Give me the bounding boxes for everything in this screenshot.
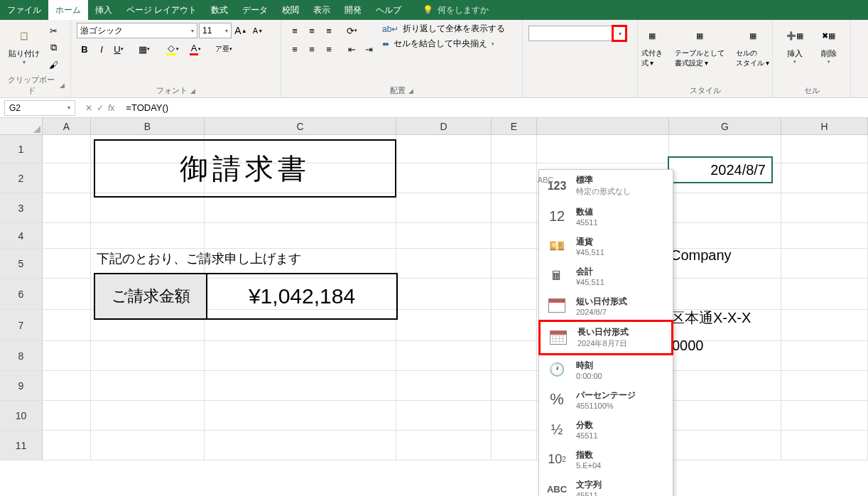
col-header-B[interactable]: B (91, 118, 205, 134)
col-header-F[interactable] (537, 118, 669, 134)
cut-button[interactable]: ✂ (45, 23, 61, 38)
col-header-E[interactable]: E (492, 118, 537, 134)
col-header-C[interactable]: C (205, 118, 396, 134)
col-header-D[interactable]: D (396, 118, 492, 134)
row-header-4[interactable]: 4 (0, 223, 43, 248)
cell[interactable] (492, 431, 537, 460)
cell[interactable] (781, 249, 868, 278)
tab-view[interactable]: 表示 (306, 0, 337, 21)
font-color-button[interactable]: A▾ (185, 41, 206, 57)
tab-developer[interactable]: 開発 (337, 0, 369, 21)
fmt-scientific[interactable]: 102 指数5.E+04 (539, 444, 673, 474)
orientation-button[interactable]: ⟳▾ (344, 23, 359, 38)
cell[interactable] (396, 223, 492, 248)
fmt-number[interactable]: 12 数値45511 (539, 201, 673, 231)
fmt-text[interactable]: ABC 文字列45511 (539, 474, 673, 496)
cell[interactable] (205, 341, 396, 370)
clipboard-launcher-icon[interactable]: ◢ (60, 82, 65, 89)
cell[interactable] (396, 279, 492, 309)
cell-styles-button[interactable]: ▦セルの スタイル ▾ (733, 23, 773, 70)
row-header-10[interactable]: 10 (0, 401, 43, 430)
cancel-formula-icon[interactable]: ✕ (85, 103, 92, 113)
font-size-combo[interactable]: 11▾ (199, 23, 232, 38)
wrap-text-button[interactable]: ab↵ 折り返して全体を表示する (382, 23, 516, 35)
phonetic-button[interactable]: ア亜▾ (213, 41, 234, 57)
cell[interactable] (781, 310, 868, 340)
tab-data[interactable]: データ (235, 0, 275, 21)
cell[interactable] (205, 401, 396, 430)
cell[interactable] (91, 341, 205, 370)
tab-insert[interactable]: 挿入 (88, 0, 119, 21)
worksheet-grid[interactable]: ABCDEGH 1234567891011 御請求書 下記のとおり、ご請求申し上… (0, 118, 868, 460)
cell[interactable] (43, 135, 91, 163)
delete-cells-button[interactable]: ✖▦削除▾ (815, 23, 843, 66)
fx-icon[interactable]: fx (108, 103, 114, 113)
cell[interactable] (43, 249, 91, 278)
copy-button[interactable]: ⧉ (45, 40, 61, 55)
increase-font-button[interactable]: A▲ (233, 23, 249, 38)
font-name-combo[interactable]: 游ゴシック▾ (77, 23, 197, 38)
cell[interactable] (492, 249, 537, 278)
cell-G2-selected[interactable]: 2024/8/7 (668, 156, 773, 183)
cell[interactable] (43, 279, 91, 309)
font-launcher-icon[interactable]: ◢ (190, 87, 195, 95)
cell[interactable] (492, 279, 537, 309)
tab-formulas[interactable]: 数式 (204, 0, 235, 21)
cell[interactable] (492, 163, 537, 193)
cell[interactable] (396, 401, 492, 430)
insert-cells-button[interactable]: ➕▦挿入▾ (781, 23, 809, 66)
row-header-1[interactable]: 1 (0, 135, 43, 163)
align-right-button[interactable]: ≡ (321, 41, 337, 57)
tab-home[interactable]: ホーム (48, 0, 88, 21)
format-as-table-button[interactable]: ▦テーブルとして 書式設定 ▾ (672, 23, 727, 70)
align-center-button[interactable]: ≡ (304, 41, 320, 57)
cell[interactable] (91, 371, 205, 400)
enter-formula-icon[interactable]: ✓ (97, 103, 104, 113)
tab-file[interactable]: ファイル (0, 0, 48, 21)
underline-button[interactable]: U ▾ (111, 41, 126, 57)
cell[interactable] (396, 249, 492, 278)
fmt-time[interactable]: 🕐 時刻0:00:00 (539, 355, 673, 384)
border-button[interactable]: ▦ ▾ (134, 41, 155, 57)
tab-help[interactable]: ヘルプ (369, 0, 408, 21)
align-left-button[interactable]: ≡ (287, 41, 303, 57)
cell[interactable] (396, 431, 492, 460)
fmt-general[interactable]: ABC123 標準特定の形式なし (539, 170, 673, 201)
cell[interactable] (396, 163, 492, 193)
cell[interactable] (396, 371, 492, 400)
fmt-fraction[interactable]: ½ 分数45511 (539, 414, 673, 444)
formula-input[interactable]: =TODAY() (120, 102, 868, 113)
cell[interactable] (205, 193, 396, 222)
row-header-9[interactable]: 9 (0, 371, 43, 400)
cell[interactable] (396, 341, 492, 370)
cell[interactable] (43, 223, 91, 248)
fill-color-button[interactable]: ◇▾ (162, 41, 183, 57)
cell[interactable] (492, 310, 537, 340)
cell[interactable] (669, 279, 781, 309)
number-format-combo[interactable]: ▾ (528, 26, 626, 41)
fmt-percent[interactable]: % パーセンテージ4551100% (539, 384, 673, 414)
cell[interactable] (43, 310, 91, 340)
paste-button[interactable]: 📋 貼り付け ▾ (6, 23, 43, 67)
cell[interactable] (43, 163, 91, 193)
cell[interactable] (492, 135, 537, 163)
cell[interactable] (396, 193, 492, 222)
tab-page-layout[interactable]: ページ レイアウト (119, 0, 204, 21)
fmt-currency[interactable]: 💴 通貨¥45,511 (539, 231, 673, 261)
merge-center-button[interactable]: ⬌ セルを結合して中央揃え ▾ (382, 38, 516, 50)
tab-review[interactable]: 校閲 (275, 0, 306, 21)
cell[interactable] (781, 223, 868, 248)
row-header-11[interactable]: 11 (0, 431, 43, 460)
cell[interactable] (781, 193, 868, 222)
cell[interactable] (669, 431, 781, 460)
align-middle-button[interactable]: ≡ (304, 23, 320, 38)
cell[interactable] (669, 223, 781, 248)
row-header-7[interactable]: 7 (0, 310, 43, 340)
cell[interactable] (781, 431, 868, 460)
number-format-dropdown-button[interactable]: ▾ (613, 26, 626, 41)
fmt-accounting[interactable]: 🖩 会計¥45,511 (539, 261, 673, 291)
cell[interactable] (91, 193, 205, 222)
fmt-long-date[interactable]: 長い日付形式2024年8月7日 (538, 320, 673, 355)
cell[interactable] (43, 401, 91, 430)
cell[interactable] (205, 431, 396, 460)
